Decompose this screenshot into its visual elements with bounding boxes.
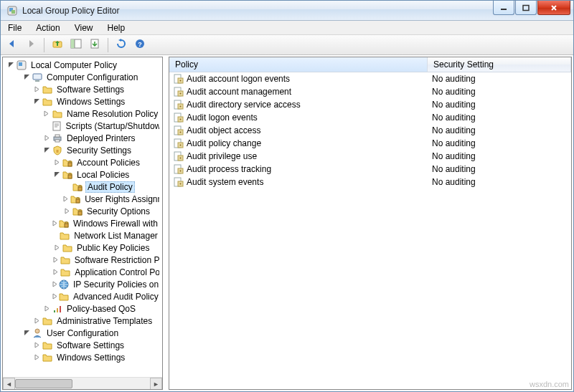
expander-icon[interactable]: [32, 85, 42, 95]
list-row[interactable]: Audit system events No auditing: [169, 176, 571, 188]
tree-row[interactable]: Account Policies: [4, 156, 161, 168]
tree-row[interactable]: Software Settings: [4, 83, 161, 95]
menu-view[interactable]: View: [67, 21, 100, 34]
expander-icon[interactable]: [62, 206, 72, 216]
tree-row[interactable]: Public Key Policies: [4, 242, 161, 254]
tree-row[interactable]: Deployed Printers: [4, 132, 161, 144]
back-button[interactable]: [4, 37, 21, 53]
expander-icon[interactable]: [6, 60, 16, 70]
tree-row[interactable]: Application Control Policies: [4, 266, 161, 278]
svg-rect-7: [71, 39, 75, 48]
tree-row[interactable]: Software Settings: [4, 339, 161, 351]
column-header-policy[interactable]: Policy: [169, 57, 428, 72]
svg-rect-15: [35, 80, 39, 82]
policy-name: Audit object access: [187, 125, 260, 135]
column-header-setting[interactable]: Security Setting: [428, 57, 571, 72]
tree-horizontal-scrollbar[interactable]: ◄ ►: [3, 377, 162, 389]
expander-icon[interactable]: [32, 340, 42, 350]
tree-row[interactable]: Windows Settings: [4, 95, 161, 107]
expander-icon[interactable]: [22, 328, 32, 338]
cell-setting: No auditing: [428, 125, 571, 135]
tree-row[interactable]: Scripts (Startup/Shutdown): [4, 120, 161, 132]
tree-row[interactable]: Security Options: [4, 205, 161, 217]
menu-view-label: View: [75, 23, 93, 33]
tree-row[interactable]: Policy-based QoS: [4, 302, 161, 315]
show-hide-tree-button[interactable]: [67, 37, 85, 53]
expander-icon[interactable]: [52, 292, 58, 302]
folder-icon: [62, 242, 73, 254]
svg-rect-19: [55, 140, 60, 142]
expander-icon[interactable]: [42, 133, 52, 143]
titlebar[interactable]: Local Group Policy Editor: [1, 1, 573, 21]
export-button[interactable]: [86, 37, 103, 53]
menu-help[interactable]: Help: [100, 21, 133, 34]
expander-icon[interactable]: [52, 219, 58, 229]
expander-icon[interactable]: [62, 194, 70, 204]
expander-icon[interactable]: [52, 243, 62, 253]
tree-label: Local Policies: [75, 170, 131, 180]
maximize-button[interactable]: [515, 1, 537, 15]
expander-icon[interactable]: [32, 316, 42, 326]
splitter[interactable]: [164, 55, 167, 391]
list-row[interactable]: Audit object access No auditing: [169, 124, 571, 137]
tree-label: Application Control Policies: [73, 267, 159, 277]
tree-row[interactable]: Advanced Audit Policy Configuration: [4, 290, 161, 302]
tree-label: Windows Settings: [55, 97, 126, 107]
expander-icon[interactable]: [52, 158, 62, 168]
expander-icon[interactable]: [52, 267, 60, 277]
svg-rect-2: [11, 10, 15, 14]
expander-icon[interactable]: [32, 97, 42, 107]
scroll-left-button[interactable]: ◄: [3, 378, 15, 390]
tree-label: Advanced Audit Policy Configuration: [72, 292, 159, 302]
tree-row[interactable]: Local Policies: [4, 168, 161, 181]
refresh-button[interactable]: [113, 37, 130, 53]
qos-icon: [52, 303, 63, 315]
tree-row-root[interactable]: Local Computer Policy: [4, 59, 161, 71]
expander-icon[interactable]: [52, 279, 58, 290]
list-row[interactable]: Audit account management No auditing: [169, 85, 571, 98]
expander-icon[interactable]: [42, 109, 52, 119]
cell-setting: No auditing: [428, 138, 571, 148]
menu-help-label: Help: [108, 23, 126, 33]
tree-row[interactable]: Computer Configuration: [4, 71, 161, 83]
expander-icon[interactable]: [52, 170, 62, 180]
tree-row[interactable]: User Configuration: [4, 327, 161, 339]
list-row[interactable]: Audit process tracking No auditing: [169, 163, 571, 176]
expander-icon[interactable]: [42, 145, 52, 156]
tree-row[interactable]: Administrative Templates: [4, 315, 161, 327]
tree-row[interactable]: User Rights Assignment: [4, 193, 161, 205]
list-row[interactable]: Audit logon events No auditing: [169, 111, 571, 124]
list-row[interactable]: Audit account logon events No auditing: [169, 72, 571, 85]
window: Local Group Policy Editor File Action Vi…: [0, 0, 574, 392]
tree-row[interactable]: Network List Manager Policies: [4, 229, 161, 242]
close-button[interactable]: [537, 1, 570, 15]
tree-row[interactable]: Audit Policy: [4, 181, 161, 193]
tree-label: Software Settings: [55, 85, 126, 95]
expander-icon[interactable]: [52, 255, 60, 265]
tree-row[interactable]: Software Restriction Policies: [4, 254, 161, 266]
tree-row[interactable]: IP Security Policies on Local Computer: [4, 278, 161, 290]
up-button[interactable]: [49, 37, 66, 53]
tree-row[interactable]: Windows Firewall with Advanced Security: [4, 217, 161, 229]
tree-row[interactable]: Security Settings: [4, 144, 161, 156]
expander-icon[interactable]: [32, 353, 42, 363]
list-row[interactable]: Audit directory service access No auditi…: [169, 98, 571, 111]
tree-label: Account Policies: [75, 158, 141, 168]
tree-row[interactable]: Name Resolution Policy: [4, 107, 161, 120]
console-tree[interactable]: Local Computer Policy Computer Configura…: [3, 57, 162, 377]
list-row[interactable]: Audit privilege use No auditing: [169, 150, 571, 163]
expander-icon[interactable]: [42, 304, 52, 314]
menu-action[interactable]: Action: [29, 21, 67, 34]
scroll-thumb[interactable]: [15, 379, 72, 388]
list-body[interactable]: Audit account logon events No auditing A…: [169, 72, 571, 389]
help-button[interactable]: ?: [131, 37, 149, 53]
menu-file[interactable]: File: [1, 21, 29, 34]
expander-icon[interactable]: [22, 72, 32, 82]
scroll-right-button[interactable]: ►: [150, 378, 162, 390]
minimize-button[interactable]: [493, 1, 514, 15]
tree-label: Software Restriction Policies: [73, 255, 159, 265]
tree-row[interactable]: Windows Settings: [4, 351, 161, 363]
svg-rect-25: [78, 211, 82, 215]
forward-button[interactable]: [22, 37, 39, 53]
list-row[interactable]: Audit policy change No auditing: [169, 137, 571, 150]
